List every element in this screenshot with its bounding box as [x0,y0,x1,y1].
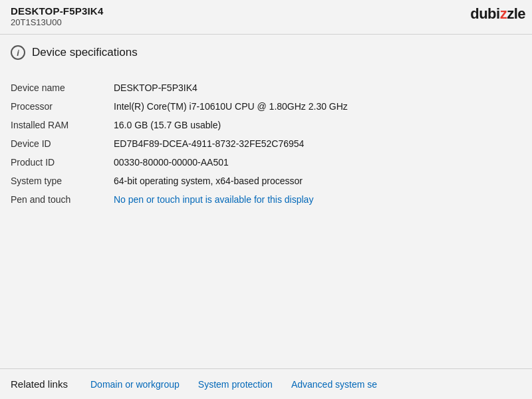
device-specs-section: i Device specifications [0,39,532,78]
spec-row: Pen and touchNo pen or touch input is av… [11,190,521,209]
spec-label: Installed RAM [11,120,114,130]
spec-label: System type [11,176,114,186]
spec-row: System type64-bit operating system, x64-… [11,172,521,190]
spec-value: 16.0 GB (15.7 GB usable) [114,120,521,130]
spec-row: Installed RAM16.0 GB (15.7 GB usable) [11,116,521,134]
dubizzle-logo-text: dubi [470,5,499,22]
dubizzle-logo: dubizzle [470,5,525,23]
spec-value: ED7B4F89-DCEA-4911-8732-32FE52C76954 [114,138,521,149]
spec-value: Intel(R) Core(TM) i7-10610U CPU @ 1.80GH… [114,101,521,112]
related-link-2[interactable]: Advanced system se [291,379,377,390]
spec-value: No pen or touch input is available for t… [114,194,521,205]
device-subtitle: 20T1S13U00 [11,17,521,27]
spec-value: DESKTOP-F5P3IK4 [114,82,521,93]
spec-label: Device ID [11,138,114,149]
spec-label: Processor [11,101,114,112]
spec-value: 00330-80000-00000-AA501 [114,157,521,168]
spec-row: ProcessorIntel(R) Core(TM) i7-10610U CPU… [11,97,521,116]
related-links-label: Related links [11,378,90,390]
related-link-0[interactable]: Domain or workgroup [90,379,180,390]
top-divider [0,34,532,35]
device-name-title: DESKTOP-F5P3IK4 [11,5,521,17]
dubizzle-logo-text2: zle [507,5,525,22]
spec-row: Device IDED7B4F89-DCEA-4911-8732-32FE52C… [11,134,521,153]
spec-label: Device name [11,82,114,93]
dubizzle-dot: z [500,5,507,22]
related-link-1[interactable]: System protection [198,379,273,390]
section-title: Device specifications [32,46,138,59]
top-bar: DESKTOP-F5P3IK4 20T1S13U00 dubizzle [0,0,532,30]
info-icon: i [11,45,25,60]
section-header: i Device specifications [11,45,521,60]
spec-label: Product ID [11,157,114,168]
related-links-section: Related links Domain or workgroupSystem … [0,368,532,399]
spec-value: 64-bit operating system, x64-based proce… [114,176,521,186]
related-links-list: Domain or workgroupSystem protectionAdva… [90,379,377,390]
spec-row: Product ID00330-80000-00000-AA501 [11,153,521,172]
specs-table: Device nameDESKTOP-F5P3IK4ProcessorIntel… [0,78,532,209]
spec-label: Pen and touch [11,194,114,205]
spec-row: Device nameDESKTOP-F5P3IK4 [11,78,521,97]
